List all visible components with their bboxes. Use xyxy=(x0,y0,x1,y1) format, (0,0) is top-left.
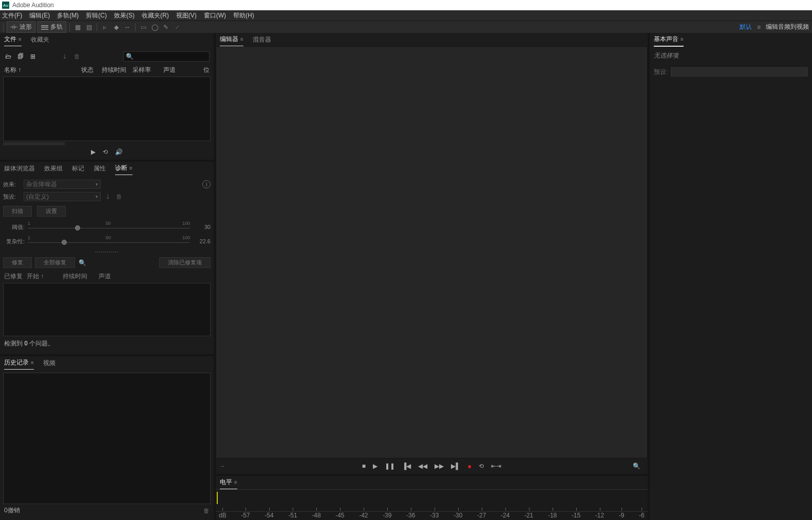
tab-video[interactable]: 视频 xyxy=(43,357,55,370)
tab-markers[interactable]: 标记 xyxy=(72,162,84,175)
record-button[interactable]: ● xyxy=(467,462,471,470)
rewind-button[interactable]: ◀◀ xyxy=(418,463,427,470)
clear-history-icon[interactable]: 🗑 xyxy=(203,507,210,514)
tab-mixer[interactable]: 混音器 xyxy=(253,33,271,46)
tab-menu-icon[interactable]: ≡ xyxy=(129,165,133,171)
complexity-slider[interactable]: 复杂性: 1 50 100 22.6 xyxy=(3,234,211,248)
fix-all-button[interactable]: 全部修复 xyxy=(35,257,75,268)
menu-edit[interactable]: 编辑(E) xyxy=(29,11,50,20)
loop-button[interactable]: ⟲ xyxy=(479,463,484,470)
new-file-icon[interactable]: ⊞ xyxy=(29,53,37,60)
scan-button[interactable]: 扫描 xyxy=(3,206,32,217)
pause-button[interactable]: ❚❚ xyxy=(385,463,395,470)
menu-file[interactable]: 文件(F) xyxy=(2,11,22,20)
tab-files[interactable]: 文件≡ xyxy=(4,33,22,47)
files-search-input[interactable] xyxy=(134,53,211,60)
settings-button[interactable]: 设置 xyxy=(37,206,66,217)
tab-essential-sound[interactable]: 基本声音≡ xyxy=(654,33,684,47)
tab-menu-icon[interactable]: ≡ xyxy=(31,360,34,365)
threshold-value[interactable]: 30 xyxy=(193,224,211,230)
drag-handle[interactable]: •••••••••••• xyxy=(3,248,211,255)
delete-icon[interactable]: 🗑 xyxy=(73,53,81,60)
go-to-start-button[interactable]: ▐◀ xyxy=(402,463,411,470)
brush-selection-icon[interactable]: ⟋ xyxy=(173,23,182,32)
threshold-slider[interactable]: 阈值: 1 50 100 30 xyxy=(3,220,211,234)
time-selection-icon[interactable]: ▭ xyxy=(139,23,148,32)
play-button[interactable]: ▶ xyxy=(373,463,377,470)
tab-menu-icon[interactable]: ≡ xyxy=(240,36,243,42)
levels-meter[interactable]: dB -57-54-51-48-45-42-39-36-33-30-27-24-… xyxy=(216,489,648,520)
waveform-mode-button[interactable]: 波形 xyxy=(7,21,35,33)
insert-icon[interactable]: ⤓ xyxy=(61,53,69,60)
tab-media-browser[interactable]: 媒体浏览器 xyxy=(4,162,35,175)
stop-button[interactable]: ■ xyxy=(362,463,366,470)
center-column: 编辑器≡ 混音器 – ■ ▶ ❚❚ ▐◀ ◀◀ ▶▶ ▶▌ ● ⟲ ⇤⇥ 🔍 xyxy=(216,33,648,520)
waveform-icon xyxy=(10,25,17,30)
app-icon: Au xyxy=(2,2,9,9)
preset-dropdown[interactable]: (自定义)▾ xyxy=(24,192,101,201)
tab-menu-icon[interactable]: ≡ xyxy=(234,479,237,485)
open-file-icon[interactable]: 🗁 xyxy=(4,53,12,60)
files-loop-icon[interactable]: ⟲ xyxy=(103,148,108,156)
db-tick: -24 xyxy=(501,512,509,519)
workspace-edit-audio-video[interactable]: 编辑音频到视频 xyxy=(766,23,809,31)
history-list[interactable] xyxy=(3,373,211,504)
spectral-pitch-icon[interactable]: ▤ xyxy=(84,23,93,32)
history-panel: 历史记录≡ 视频 0撤销 🗑 xyxy=(0,356,214,520)
skip-selection-button[interactable]: ⇤⇥ xyxy=(491,463,501,470)
menu-help[interactable]: 帮助(H) xyxy=(233,11,254,20)
files-column-headers[interactable]: 名称 ↑ 状态 持续时间 采样率 声道 位 xyxy=(3,64,211,76)
tab-editor[interactable]: 编辑器≡ xyxy=(220,33,243,47)
tab-properties[interactable]: 属性 xyxy=(93,162,106,175)
import-file-icon[interactable]: 🗐 xyxy=(16,53,25,60)
tab-effects-rack[interactable]: 效果组 xyxy=(44,162,63,175)
multitrack-mode-button[interactable]: 多轨 xyxy=(37,21,66,33)
tab-menu-icon[interactable]: ≡ xyxy=(681,36,684,42)
left-column: 文件≡ 收藏夹 🗁 🗐 ⊞ ⤓ 🗑 🔍 xyxy=(0,33,216,520)
complexity-value[interactable]: 22.6 xyxy=(193,238,211,244)
tab-history[interactable]: 历史记录≡ xyxy=(4,356,34,370)
spectral-frequency-icon[interactable]: ▦ xyxy=(73,23,82,32)
files-autoplay-icon[interactable]: 🔊 xyxy=(115,148,123,156)
fix-column-headers[interactable]: 已修复 开始 ↑ 持续时间 声道 xyxy=(3,270,211,283)
clear-fixed-button[interactable]: 清除已修复项 xyxy=(159,257,211,268)
menu-effects[interactable]: 效果(S) xyxy=(114,11,135,20)
zoom-tool-icon[interactable]: 🔍 xyxy=(633,463,640,470)
db-tick: -42 xyxy=(359,512,368,519)
slip-tool-icon[interactable]: ↔ xyxy=(123,23,132,32)
move-tool-icon[interactable]: ▹ xyxy=(100,23,109,32)
db-tick: -30 xyxy=(454,512,462,519)
db-tick: -6 xyxy=(639,512,645,519)
effect-dropdown[interactable]: 杂音降噪器▾ xyxy=(24,180,101,189)
files-list[interactable] xyxy=(3,76,211,141)
threshold-thumb[interactable] xyxy=(75,225,80,230)
es-preset-dropdown[interactable] xyxy=(671,67,808,76)
marquee-selection-icon[interactable]: ◯ xyxy=(150,23,159,32)
menu-multitrack[interactable]: 多轨(M) xyxy=(57,11,79,20)
tab-levels[interactable]: 电平≡ xyxy=(220,476,237,490)
lasso-selection-icon[interactable]: ✎ xyxy=(161,23,171,32)
files-play-icon[interactable]: ▶ xyxy=(91,148,96,156)
fix-button[interactable]: 修复 xyxy=(3,257,32,268)
menu-view[interactable]: 视图(V) xyxy=(176,11,197,20)
search-fix-icon[interactable]: 🔍 xyxy=(78,259,86,266)
save-preset-icon[interactable]: ⤓ xyxy=(104,193,112,200)
menu-window[interactable]: 窗口(W) xyxy=(204,11,226,20)
diagnostics-list[interactable] xyxy=(3,283,211,336)
tab-favorites[interactable]: 收藏夹 xyxy=(31,33,49,46)
menu-favorites[interactable]: 收藏夹(R) xyxy=(142,11,169,20)
files-search[interactable]: 🔍 xyxy=(123,51,210,62)
go-to-end-button[interactable]: ▶▌ xyxy=(451,463,460,470)
tab-menu-icon[interactable]: ≡ xyxy=(18,36,22,42)
fast-forward-button[interactable]: ▶▶ xyxy=(435,463,444,470)
workspace-menu-icon[interactable]: ≡ xyxy=(757,24,761,31)
editor-canvas[interactable] xyxy=(216,46,648,458)
info-icon[interactable]: i xyxy=(202,180,211,188)
tab-diagnostics[interactable]: 诊断≡ xyxy=(115,162,133,176)
workspace-default[interactable]: 默认 xyxy=(740,23,752,31)
complexity-thumb[interactable] xyxy=(62,240,67,245)
es-preset-label: 预设: xyxy=(654,68,668,76)
delete-preset-icon[interactable]: 🗑 xyxy=(115,193,123,200)
razor-tool-icon[interactable]: ◆ xyxy=(111,23,121,32)
menu-clip[interactable]: 剪辑(C) xyxy=(86,11,107,20)
